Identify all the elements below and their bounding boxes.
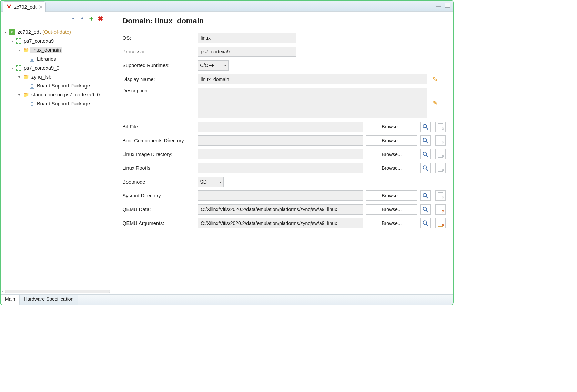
svg-point-2 bbox=[423, 138, 427, 142]
twisty-icon[interactable]: ▾ bbox=[17, 48, 21, 52]
bootcomp-browse-button[interactable]: Browse... bbox=[366, 135, 417, 146]
bif-field bbox=[198, 122, 363, 132]
add-icon[interactable]: ＋ bbox=[88, 15, 95, 22]
rootfs-browse-button[interactable]: Browse... bbox=[366, 163, 417, 173]
bottom-tab-bar: Main Hardware Specification bbox=[1, 294, 453, 305]
filter-input[interactable] bbox=[3, 14, 68, 23]
bif-browse-button[interactable]: Browse... bbox=[366, 122, 417, 132]
twisty-icon[interactable]: ▾ bbox=[10, 39, 14, 43]
domain-editor-content: Domain: linux_domain OS: linux Processor… bbox=[114, 12, 453, 294]
twisty-icon[interactable]: ▾ bbox=[3, 30, 8, 34]
os-label: OS: bbox=[122, 35, 195, 41]
qemudata-clear-button[interactable]: ✕ bbox=[435, 204, 446, 215]
editor-tab-zc702_edt[interactable]: zc702_edt bbox=[3, 1, 46, 12]
twisty-icon[interactable]: ▾ bbox=[17, 75, 21, 79]
processor-label: Processor: bbox=[122, 49, 195, 54]
description-field bbox=[198, 88, 427, 118]
close-tab-icon[interactable] bbox=[39, 5, 43, 9]
bif-view-button[interactable] bbox=[420, 122, 431, 132]
tree-label: zynq_fsbl bbox=[31, 74, 52, 80]
qemudata-view-button[interactable] bbox=[420, 204, 431, 215]
processor-icon bbox=[16, 38, 21, 44]
delete-icon[interactable]: ✖ bbox=[97, 15, 104, 22]
edit-display-name-button[interactable]: ✎ bbox=[430, 74, 440, 84]
tree-row-zynq-fsbl[interactable]: ▾ 📁 zynq_fsbl bbox=[2, 72, 114, 81]
twisty-icon[interactable]: ▾ bbox=[10, 66, 14, 70]
tree-row-standalone[interactable]: ▾ 📁 standalone on ps7_cortexa9_0 bbox=[2, 90, 114, 99]
sysroot-browse-button[interactable]: Browse... bbox=[366, 190, 417, 201]
qemuargs-field: C:/Xilinx/Vitis/2020.2/data/emulation/pl… bbox=[198, 218, 363, 228]
svg-line-11 bbox=[426, 210, 428, 212]
collapse-all-icon[interactable]: − bbox=[70, 15, 77, 22]
linuximg-view-button[interactable] bbox=[420, 149, 431, 159]
tree-label: Board Support Package bbox=[37, 83, 90, 89]
folder-icon: 📁 bbox=[23, 47, 29, 53]
processor-field: ps7_cortexa9 bbox=[198, 47, 296, 57]
tree-label: linux_domain bbox=[31, 47, 61, 53]
sysroot-label: Sysroot Directory: bbox=[122, 193, 195, 198]
twisty-icon[interactable]: ▾ bbox=[17, 93, 21, 97]
tab-main[interactable]: Main bbox=[1, 295, 20, 305]
rootfs-label: Linux Rootfs: bbox=[122, 165, 195, 171]
tree-row-cortexa9[interactable]: ▾ ps7_cortexa9 bbox=[2, 37, 114, 45]
document-icon bbox=[30, 83, 34, 89]
tree-row-linux-domain[interactable]: ▾ 📁 linux_domain bbox=[2, 45, 114, 54]
edit-description-button[interactable]: ✎ bbox=[430, 98, 440, 108]
qemuargs-view-button[interactable] bbox=[420, 218, 431, 228]
tree-row-bsp1[interactable]: Board Support Package bbox=[2, 81, 114, 90]
tree-row-root[interactable]: ▾ P zc702_edt (Out-of-date) bbox=[2, 28, 114, 37]
svg-line-5 bbox=[426, 155, 428, 157]
tree-row-bsp2[interactable]: Board Support Package bbox=[2, 99, 114, 108]
svg-point-8 bbox=[423, 193, 427, 197]
bootcomp-view-button[interactable] bbox=[420, 135, 431, 146]
svg-point-12 bbox=[423, 221, 427, 224]
sysroot-clear-button[interactable]: ✕ bbox=[435, 190, 446, 201]
linuximg-field bbox=[198, 149, 363, 159]
sysroot-view-button[interactable] bbox=[420, 190, 431, 201]
tree-label: standalone on ps7_cortexa9_0 bbox=[31, 92, 100, 97]
tab-hardware-specification[interactable]: Hardware Specification bbox=[20, 295, 78, 305]
bootmode-label: Bootmode bbox=[122, 179, 195, 185]
linuximg-browse-button[interactable]: Browse... bbox=[366, 149, 417, 159]
tree-row-libraries[interactable]: Libraries bbox=[2, 54, 114, 63]
bootcomp-label: Boot Components Directory: bbox=[122, 138, 195, 143]
display-name-field: linux_domain bbox=[198, 74, 427, 84]
qemuargs-clear-button[interactable]: ✕ bbox=[435, 218, 446, 228]
maximize-icon[interactable] bbox=[445, 3, 450, 8]
scroll-left-icon[interactable]: ‹ bbox=[2, 289, 3, 293]
rootfs-field bbox=[198, 163, 363, 173]
svg-point-10 bbox=[423, 207, 427, 210]
bif-clear-button[interactable]: ✕ bbox=[435, 122, 446, 132]
pencil-icon: ✎ bbox=[433, 75, 438, 83]
qemudata-field: C:/Xilinx/Vitis/2020.2/data/emulation/pl… bbox=[198, 204, 363, 215]
heading-divider bbox=[122, 28, 443, 28]
bootcomp-clear-button[interactable]: ✕ bbox=[435, 135, 446, 146]
svg-line-7 bbox=[426, 169, 428, 171]
scroll-track[interactable] bbox=[5, 290, 110, 293]
svg-point-6 bbox=[423, 166, 427, 169]
qemuargs-label: QEMU Arguments: bbox=[122, 220, 195, 226]
linuximg-clear-button[interactable]: ✕ bbox=[435, 149, 446, 159]
runtimes-label: Supported Runtimes: bbox=[122, 63, 195, 68]
sidebar-horizontal-scrollbar[interactable]: ‹ › bbox=[1, 288, 114, 294]
rootfs-clear-button[interactable]: ✕ bbox=[435, 163, 446, 173]
document-icon bbox=[30, 56, 34, 62]
chevron-down-icon: ▾ bbox=[224, 64, 226, 68]
svg-point-4 bbox=[423, 152, 427, 155]
bootmode-value: SD bbox=[200, 179, 206, 185]
scroll-right-icon[interactable]: › bbox=[111, 289, 113, 293]
document-icon bbox=[30, 101, 34, 106]
qemudata-browse-button[interactable]: Browse... bbox=[366, 204, 417, 215]
bootmode-select[interactable]: SD ▾ bbox=[198, 177, 224, 187]
rootfs-view-button[interactable] bbox=[420, 163, 431, 173]
qemuargs-browse-button[interactable]: Browse... bbox=[366, 218, 417, 228]
svg-line-9 bbox=[426, 197, 428, 198]
chevron-down-icon: ▾ bbox=[220, 180, 221, 184]
tree-row-cortexa9-0[interactable]: ▾ ps7_cortexa9_0 bbox=[2, 63, 114, 72]
minimize-icon[interactable] bbox=[436, 6, 441, 7]
svg-line-13 bbox=[426, 224, 428, 226]
expand-all-icon[interactable]: + bbox=[79, 15, 86, 22]
folder-icon: 📁 bbox=[23, 92, 29, 98]
runtimes-select[interactable]: C/C++ ▾ bbox=[198, 60, 229, 71]
project-tree[interactable]: ▾ P zc702_edt (Out-of-date) ▾ ps7_cortex… bbox=[1, 25, 114, 288]
